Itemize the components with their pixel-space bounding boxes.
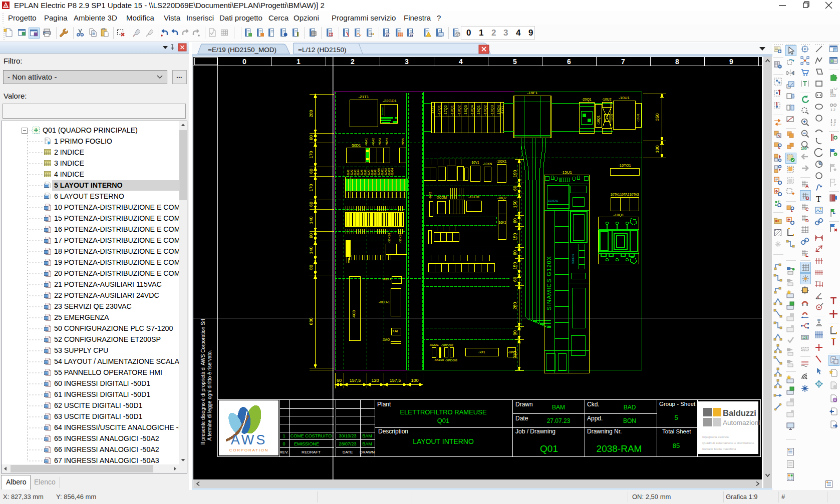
svg-text:T: T — [816, 194, 821, 204]
svg-text:-52A4: -52A4 — [357, 169, 360, 176]
svg-text:BAD: BAD — [624, 404, 636, 411]
svg-text:150: 150 — [512, 233, 517, 240]
svg-text:-19Q1: -19Q1 — [476, 105, 481, 116]
svg-text:-1XX1: -1XX1 — [501, 106, 504, 114]
svg-text:-10U1: -10U1 — [637, 113, 640, 122]
svg-text:-XCB: -XCB — [352, 310, 356, 318]
svg-text:100: 100 — [801, 147, 807, 150]
svg-text:Total Sheet: Total Sheet — [662, 428, 691, 434]
svg-text:B: B — [806, 196, 809, 201]
svg-text:80: 80 — [309, 265, 314, 270]
svg-text:-XP1: -XP1 — [478, 351, 485, 354]
svg-text:Group - Sheet: Group - Sheet — [659, 401, 696, 407]
svg-text:D: D — [805, 218, 809, 223]
svg-text:280: 280 — [512, 302, 517, 309]
svg-text:-52A8: -52A8 — [371, 169, 374, 176]
svg-text:150: 150 — [512, 262, 517, 269]
svg-text:2038-RAM: 2038-RAM — [597, 443, 642, 454]
svg-text:1 2: 1 2 — [830, 108, 835, 112]
svg-text:-15F1: -15F1 — [527, 91, 538, 95]
svg-text:-XPD002: -XPD002 — [441, 344, 454, 347]
svg-text:-17Q2: -17Q2 — [443, 105, 448, 116]
svg-text:-52A1: -52A1 — [347, 169, 350, 176]
svg-text:Appd.: Appd. — [587, 415, 603, 422]
svg-text:EMISSIONE: EMISSIONE — [294, 441, 319, 446]
svg-text:-52A3: -52A3 — [354, 169, 357, 176]
svg-text:170: 170 — [309, 151, 314, 158]
svg-text:-52A6: -52A6 — [364, 169, 367, 176]
svg-text:-40A1: -40A1 — [365, 138, 368, 146]
svg-text:-19Q4: -19Q4 — [496, 105, 501, 116]
svg-text:-18Q2: -18Q2 — [457, 105, 461, 116]
svg-text:Siemens: Siemens — [381, 107, 384, 115]
svg-text:0: 0 — [283, 441, 285, 446]
svg-text:-16Q2: -16Q2 — [497, 196, 506, 200]
svg-text:BAM: BAM — [362, 433, 372, 438]
svg-text:Drawn: Drawn — [515, 401, 533, 408]
svg-text:DATE: DATE — [343, 450, 353, 454]
svg-text:-XAO: -XAO — [382, 338, 390, 341]
svg-text:Quadri di automazione e distri: Quadri di automazione e distribuzione — [702, 441, 754, 444]
svg-text:-XK100: -XK100 — [434, 358, 444, 361]
svg-text:157,5: 157,5 — [390, 378, 401, 383]
svg-text:6: 6 — [567, 58, 571, 66]
svg-text:1: 1 — [297, 58, 301, 66]
svg-text:-16Q1: -16Q1 — [597, 115, 601, 125]
svg-text:60: 60 — [512, 186, 517, 191]
svg-text:100: 100 — [411, 378, 418, 383]
svg-text:ELETTROFILTRO RAMEUSE: ELETTROFILTRO RAMEUSE — [400, 408, 486, 416]
svg-text:-40A2: -40A2 — [372, 138, 375, 146]
svg-text:SINAMICS G120X: SINAMICS G120X — [546, 256, 552, 310]
svg-text:-52A10: -52A10 — [377, 168, 380, 176]
svg-text:=L/12 (HD2150): =L/12 (HD2150) — [298, 46, 346, 54]
svg-text:-18Q1: -18Q1 — [450, 105, 454, 116]
svg-text:Drawning Nr.: Drawning Nr. — [587, 428, 622, 435]
svg-text:60: 60 — [309, 202, 314, 207]
svg-text:-XDO-1: -XDO-1 — [379, 300, 390, 304]
svg-text:-40VA: -40VA — [401, 138, 404, 146]
svg-text:XAI: XAI — [392, 329, 398, 333]
svg-text:10TA2: 10TA2 — [620, 193, 630, 196]
svg-text:-102K1: -102K1 — [496, 160, 507, 163]
svg-text:1: 1 — [283, 433, 285, 438]
svg-text:5: 5 — [513, 58, 517, 66]
svg-text:-18Q3: -18Q3 — [463, 105, 468, 116]
svg-text:350: 350 — [655, 113, 660, 121]
svg-text:2: 2 — [351, 58, 355, 66]
svg-text:SIEMENS: SIEMENS — [572, 254, 575, 264]
svg-text:-52A5: -52A5 — [360, 169, 363, 176]
svg-text:210: 210 — [512, 351, 517, 358]
svg-text:-40A4: -40A4 — [385, 138, 388, 146]
svg-text:27.07.23: 27.07.23 — [547, 417, 571, 424]
svg-text:Balduzzi: Balduzzi — [723, 408, 756, 417]
svg-text:-52A14: -52A14 — [391, 168, 394, 176]
svg-text:140: 140 — [309, 246, 314, 254]
svg-text:30/10/23: 30/10/23 — [339, 433, 356, 438]
svg-text:9: 9 — [729, 58, 733, 66]
svg-text:BON: BON — [623, 417, 636, 424]
svg-text:Plant: Plant — [377, 401, 391, 408]
svg-text:BAM: BAM — [552, 404, 565, 411]
svg-text:-20F2: -20F2 — [429, 192, 432, 199]
svg-text:-52A7: -52A7 — [367, 169, 370, 176]
svg-text:SIEMENS: SIEMENS — [548, 200, 558, 202]
svg-text:-XCME: -XCME — [429, 343, 438, 346]
svg-text:-52A9: -52A9 — [374, 169, 377, 176]
svg-text:-XCOM: -XCOM — [468, 195, 479, 199]
svg-text:CORPORATION: CORPORATION — [229, 448, 269, 452]
svg-text:60: 60 — [309, 233, 314, 238]
svg-text:170: 170 — [309, 184, 314, 191]
svg-text:-10U1: -10U1 — [610, 113, 613, 122]
svg-text:-XDO: -XDO — [383, 277, 391, 281]
svg-text:-16K1: -16K1 — [497, 221, 506, 224]
svg-text:-10XN: -10XN — [483, 162, 492, 166]
svg-text:Q01: Q01 — [540, 443, 558, 454]
svg-text:Ingegneria elettrica: Ingegneria elettrica — [702, 435, 729, 438]
svg-text:-1XX1: -1XX1 — [431, 106, 434, 114]
svg-text:60: 60 — [337, 378, 342, 383]
svg-text:3: 3 — [405, 58, 409, 66]
svg-text:Impianti bordo macchina: Impianti bordo macchina — [702, 447, 736, 450]
svg-text:190: 190 — [512, 170, 517, 177]
svg-text:-10V1: -10V1 — [470, 161, 479, 164]
svg-text:-52A2: -52A2 — [350, 169, 353, 176]
